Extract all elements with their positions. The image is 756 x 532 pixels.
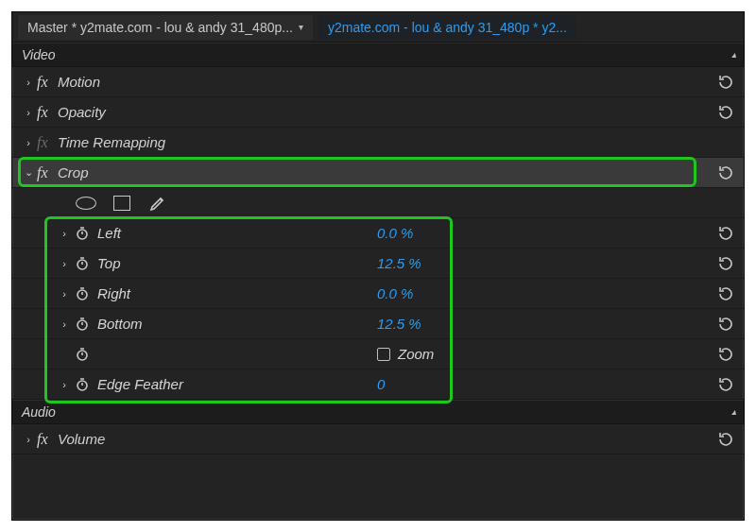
effect-crop-label: Crop [58, 164, 89, 180]
stopwatch-icon[interactable] [73, 256, 92, 271]
pen-mask-icon[interactable] [146, 195, 169, 212]
crop-right-label: Right [97, 285, 305, 301]
chevron-down-icon[interactable]: ▾ [299, 22, 303, 32]
tab-strip: Master * y2mate.com - lou & andy 31_480p… [12, 12, 744, 43]
section-audio[interactable]: Audio ▴ [12, 400, 744, 424]
ellipse-mask-icon[interactable] [75, 195, 97, 212]
crop-bottom-label: Bottom [97, 316, 305, 332]
fx-icon[interactable]: fx [37, 134, 58, 151]
stopwatch-icon[interactable] [73, 377, 92, 392]
fx-icon[interactable]: fx [37, 74, 58, 91]
effect-crop[interactable]: ⌄ fx Crop [12, 158, 744, 188]
tab-master-label: Master * y2mate.com - lou & andy 31_480p… [27, 20, 293, 35]
effect-controls-panel: Master * y2mate.com - lou & andy 31_480p… [11, 11, 745, 521]
stopwatch-icon[interactable] [73, 286, 92, 301]
section-video-label: Video [22, 47, 56, 62]
chevron-right-icon[interactable]: › [56, 258, 73, 269]
effect-opacity[interactable]: › fx Opacity [12, 97, 744, 128]
crop-right-value[interactable]: 0.0 % [377, 285, 413, 301]
reset-button[interactable] [715, 163, 736, 183]
crop-bottom[interactable]: › Bottom 12.5 % [12, 309, 744, 339]
stopwatch-icon[interactable] [73, 317, 92, 332]
chevron-right-icon[interactable]: › [20, 107, 37, 118]
effect-volume-label: Volume [58, 431, 105, 447]
effect-timeremap-label: Time Remapping [58, 134, 165, 150]
collapse-icon[interactable]: ▴ [731, 49, 736, 60]
chevron-right-icon[interactable]: › [56, 288, 73, 300]
effect-opacity-label: Opacity [58, 104, 106, 120]
section-audio-label: Audio [22, 404, 56, 420]
fx-icon[interactable]: fx [37, 164, 58, 181]
crop-left[interactable]: › Left 0.0 % [12, 218, 744, 249]
crop-zoom[interactable]: Zoom [12, 339, 744, 369]
zoom-checkbox[interactable] [377, 348, 390, 361]
tab-master[interactable]: Master * y2mate.com - lou & andy 31_480p… [18, 15, 313, 40]
crop-right[interactable]: › Right 0.0 % [12, 279, 744, 309]
rectangle-mask-icon[interactable] [111, 195, 133, 212]
effect-time-remapping[interactable]: › fx Time Remapping [12, 128, 744, 158]
chevron-right-icon[interactable]: › [56, 228, 73, 239]
reset-button[interactable] [715, 102, 736, 123]
reset-button[interactable] [715, 374, 736, 395]
chevron-right-icon[interactable]: › [20, 434, 37, 445]
chevron-right-icon[interactable]: › [56, 318, 73, 330]
reset-button[interactable] [715, 253, 736, 274]
crop-bottom-value[interactable]: 12.5 % [377, 316, 421, 332]
reset-button[interactable] [715, 223, 736, 244]
crop-zoom-label: Zoom [398, 346, 434, 362]
chevron-right-icon[interactable]: › [56, 379, 73, 390]
stopwatch-icon[interactable] [73, 226, 92, 241]
reset-button[interactable] [715, 72, 736, 93]
reset-button[interactable] [715, 314, 736, 335]
crop-feather-label: Edge Feather [97, 376, 305, 392]
crop-edge-feather[interactable]: › Edge Feather 0 [12, 369, 744, 400]
chevron-down-icon[interactable]: ⌄ [20, 166, 37, 179]
stopwatch-icon[interactable] [73, 347, 92, 362]
reset-button[interactable] [715, 344, 736, 365]
crop-top[interactable]: › Top 12.5 % [12, 249, 744, 279]
section-video[interactable]: Video ▴ [12, 43, 744, 67]
crop-feather-value[interactable]: 0 [377, 376, 385, 392]
effect-volume[interactable]: › fx Volume [12, 424, 744, 455]
reset-button[interactable] [715, 429, 736, 450]
fx-icon[interactable]: fx [37, 431, 58, 448]
crop-left-value[interactable]: 0.0 % [377, 225, 413, 241]
reset-button[interactable] [715, 283, 736, 304]
effect-motion-label: Motion [58, 74, 100, 90]
tab-linked-clip[interactable]: y2mate.com - lou & andy 31_480p * y2... [318, 15, 576, 40]
fx-icon[interactable]: fx [37, 104, 58, 121]
crop-top-label: Top [97, 255, 305, 271]
chevron-right-icon[interactable]: › [20, 77, 37, 88]
tab-linked-label: y2mate.com - lou & andy 31_480p * y2... [328, 20, 567, 35]
crop-top-value[interactable]: 12.5 % [377, 255, 421, 271]
collapse-icon[interactable]: ▴ [731, 406, 736, 417]
effect-motion[interactable]: › fx Motion [12, 67, 744, 97]
crop-mask-tools [12, 188, 744, 218]
crop-left-label: Left [97, 225, 305, 241]
chevron-right-icon[interactable]: › [20, 137, 37, 148]
blank [56, 349, 73, 360]
